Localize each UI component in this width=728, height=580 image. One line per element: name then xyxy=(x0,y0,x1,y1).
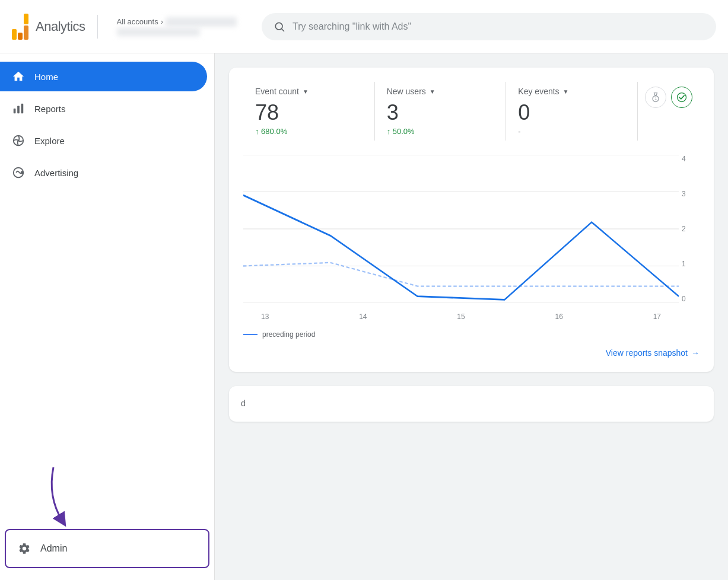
admin-label: Admin xyxy=(40,543,67,554)
explore-icon xyxy=(12,134,25,147)
main-layout: Home Reports Explore Advertising xyxy=(0,53,728,580)
sidebar-item-reports-label: Reports xyxy=(34,104,66,114)
x-label-15: 15 xyxy=(457,313,465,321)
reports-icon xyxy=(12,102,25,115)
advertising-icon xyxy=(12,166,25,179)
y-label-3: 3 xyxy=(682,190,697,198)
analytics-logo-icon xyxy=(12,14,28,40)
chart-svg xyxy=(243,155,679,303)
sidebar-item-admin[interactable]: Admin xyxy=(6,530,208,567)
svg-point-10 xyxy=(678,93,686,102)
arrow-right-icon: → xyxy=(691,348,700,358)
chart-y-labels: 4 3 2 1 0 xyxy=(682,155,700,303)
new-users-dropdown-icon[interactable]: ▼ xyxy=(430,88,435,95)
new-users-value: 3 xyxy=(387,101,494,125)
customize-icon-btn[interactable]: 1 xyxy=(645,87,666,108)
legend-dashed-line xyxy=(243,334,257,335)
metric-key-events: Key events ▼ 0 - xyxy=(506,82,638,141)
key-events-change: - xyxy=(518,127,625,136)
svg-rect-2 xyxy=(14,109,16,113)
svg-line-1 xyxy=(282,28,284,31)
app-header: Analytics All accounts › Try searching "… xyxy=(0,0,728,53)
property-name-blurred xyxy=(117,28,200,36)
sidebar-item-reports[interactable]: Reports xyxy=(0,94,207,123)
y-label-0: 0 xyxy=(682,295,697,303)
compare-icon-btn[interactable] xyxy=(671,87,692,108)
event-count-change: ↑ 680.0% xyxy=(255,127,363,136)
content-area: Event count ▼ 78 ↑ 680.0% New users ▼ 3 … xyxy=(215,53,728,580)
metric-key-events-label[interactable]: Key events ▼ xyxy=(518,87,625,96)
app-name: Analytics xyxy=(36,19,85,34)
sidebar-item-advertising-label: Advertising xyxy=(34,168,78,178)
y-label-4: 4 xyxy=(682,155,697,163)
dashboard-card: Event count ▼ 78 ↑ 680.0% New users ▼ 3 … xyxy=(229,68,714,372)
arrow-annotation xyxy=(36,461,89,533)
metric-new-users-label[interactable]: New users ▼ xyxy=(387,87,494,96)
key-events-value: 0 xyxy=(518,101,625,125)
key-events-dropdown-icon[interactable]: ▼ xyxy=(563,88,569,95)
x-label-17: 17 xyxy=(653,313,661,321)
view-link-row: View reports snapshot → xyxy=(243,348,700,358)
x-label-13: 13 xyxy=(261,313,269,321)
legend-preceding-label: preceding period xyxy=(262,330,315,339)
metric-event-count-label[interactable]: Event count ▼ xyxy=(255,87,363,96)
svg-text:1: 1 xyxy=(654,96,657,100)
x-label-14: 14 xyxy=(359,313,367,321)
metrics-row: Event count ▼ 78 ↑ 680.0% New users ▼ 3 … xyxy=(243,82,700,141)
medal-icon: 1 xyxy=(650,91,662,103)
svg-rect-4 xyxy=(21,104,24,114)
bottom-card-text: d xyxy=(241,399,246,408)
event-count-value: 78 xyxy=(255,101,363,125)
home-icon xyxy=(12,70,25,83)
chart-x-labels: 13 14 15 16 17 xyxy=(243,313,679,321)
breadcrumb-label: All accounts xyxy=(117,17,158,26)
sidebar-item-home[interactable]: Home xyxy=(0,62,207,91)
checkmark-circle-icon xyxy=(676,91,688,103)
gear-icon xyxy=(18,542,31,555)
y-label-1: 1 xyxy=(682,260,697,268)
logo-area: Analytics xyxy=(12,15,98,39)
admin-box: Admin xyxy=(5,529,209,568)
chart-legend: preceding period xyxy=(243,330,700,339)
breadcrumb[interactable]: All accounts › xyxy=(117,17,237,27)
search-bar[interactable]: Try searching "link with Ads" xyxy=(262,13,716,40)
svg-point-7 xyxy=(21,171,24,174)
sidebar-item-advertising[interactable]: Advertising xyxy=(0,158,207,187)
breadcrumb-chevron-icon: › xyxy=(161,17,163,26)
view-reports-snapshot-link[interactable]: View reports snapshot → xyxy=(606,348,700,358)
account-name-blurred xyxy=(166,17,237,27)
sidebar-item-home-label: Home xyxy=(34,72,58,82)
metric-new-users: New users ▼ 3 ↑ 50.0% xyxy=(375,82,507,141)
sidebar: Home Reports Explore Advertising xyxy=(0,53,215,580)
search-placeholder: Try searching "link with Ads" xyxy=(293,21,411,32)
x-label-16: 16 xyxy=(555,313,562,321)
new-users-change: ↑ 50.0% xyxy=(387,127,494,136)
metric-event-count: Event count ▼ 78 ↑ 680.0% xyxy=(243,82,375,141)
sidebar-item-explore-label: Explore xyxy=(34,136,65,146)
y-label-2: 2 xyxy=(682,225,697,233)
sidebar-item-explore[interactable]: Explore xyxy=(0,126,207,155)
chart-area: 4 3 2 1 0 xyxy=(243,155,700,321)
search-icon xyxy=(274,21,285,33)
breadcrumb-area: All accounts › xyxy=(107,17,246,36)
event-count-dropdown-icon[interactable]: ▼ xyxy=(303,88,309,95)
svg-rect-3 xyxy=(17,106,20,113)
main-data-line xyxy=(243,195,679,299)
bottom-card: d xyxy=(229,386,714,422)
